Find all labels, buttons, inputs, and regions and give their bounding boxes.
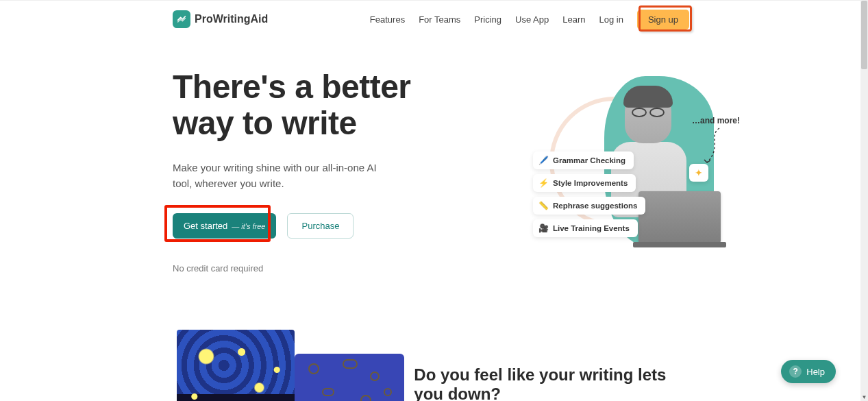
glasses-icon xyxy=(632,108,665,117)
camera-icon: 🎥 xyxy=(538,223,548,233)
feature-chips: 🖊️ Grammar Checking ⚡ Style Improvements… xyxy=(533,151,645,237)
chip-label: Live Training Events xyxy=(553,224,630,232)
logo-text: ProWritingAid xyxy=(195,13,268,25)
purchase-button[interactable]: Purchase xyxy=(287,213,354,239)
chip-label: Style Improvements xyxy=(553,179,628,187)
sign-up-button[interactable]: Sign up xyxy=(637,10,689,29)
help-icon: ? xyxy=(789,365,802,378)
logo-icon xyxy=(173,10,190,28)
get-started-label: Get started xyxy=(184,221,227,231)
chip-rephrase: 📏 Rephrase suggestions xyxy=(533,197,645,215)
chip-label: Grammar Checking xyxy=(553,156,625,165)
section-lets-you-down: Do you feel like your writing lets you d… xyxy=(0,275,860,401)
illus-person-hair xyxy=(623,86,673,108)
chip-grammar: 🖊️ Grammar Checking xyxy=(533,151,634,169)
scrollbar[interactable]: ▲ ▼ xyxy=(860,0,868,401)
top-nav: ProWritingAid Features For Teams Pricing… xyxy=(0,1,860,38)
scroll-down-icon[interactable]: ▼ xyxy=(860,393,868,401)
no-credit-text: No credit card required xyxy=(173,263,460,274)
scrollbar-thumb[interactable] xyxy=(861,1,867,69)
chip-style: ⚡ Style Improvements xyxy=(533,174,636,192)
chip-training: 🎥 Live Training Events xyxy=(533,219,638,237)
nav-log-in[interactable]: Log in xyxy=(599,14,623,25)
illus-starry-night xyxy=(173,330,359,401)
hero-subtitle: Make your writing shine with our all-in-… xyxy=(173,160,399,192)
help-label: Help xyxy=(806,367,825,377)
chip-label: Rephrase suggestions xyxy=(553,202,637,210)
nav-for-teams[interactable]: For Teams xyxy=(419,14,460,25)
hero-left: There's a better way to write Make your … xyxy=(173,69,460,275)
cta-row: Get started — it's free Purchase xyxy=(173,213,460,239)
ruler-icon: 📏 xyxy=(538,201,548,210)
nav-links: Features For Teams Pricing Use App Learn… xyxy=(370,10,689,29)
hero-title: There's a better way to write xyxy=(173,69,460,142)
squiggle-arrow-icon xyxy=(702,127,725,168)
logo-link[interactable]: ProWritingAid xyxy=(173,10,268,28)
help-widget[interactable]: ? Help xyxy=(781,360,836,383)
nav-pricing[interactable]: Pricing xyxy=(474,14,501,25)
nav-features[interactable]: Features xyxy=(370,14,405,25)
pen-icon: 🖊️ xyxy=(538,156,548,165)
illus-laptop xyxy=(638,191,721,243)
and-more-text: …and more! xyxy=(692,116,740,125)
section2-title: Do you feel like your writing lets you d… xyxy=(414,365,689,401)
nav-use-app[interactable]: Use App xyxy=(515,14,549,25)
bolt-icon: ⚡ xyxy=(538,178,548,188)
hero-section: There's a better way to write Make your … xyxy=(0,38,860,275)
hero-illustration: ✦ …and more! 🖊️ Grammar Checking ⚡ Style… xyxy=(488,69,689,275)
get-started-sublabel: — it's free xyxy=(232,222,265,230)
get-started-button[interactable]: Get started — it's free xyxy=(173,213,276,239)
nav-learn[interactable]: Learn xyxy=(562,14,585,25)
